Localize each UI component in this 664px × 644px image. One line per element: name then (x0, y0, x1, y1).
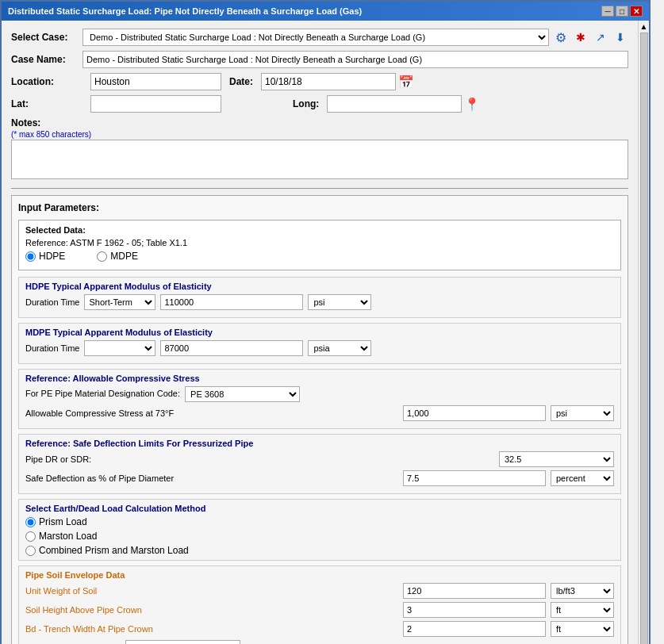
bd-label: Bd - Trench Width At Pipe Crown (25, 624, 398, 634)
mdpe-radio[interactable] (97, 251, 107, 262)
pe-code-select[interactable]: PE 3608PE 4710PE 2708 (185, 386, 300, 402)
lat-label: Lat: (11, 98, 83, 109)
pe-code-row: For PE Pipe Material Designation Code: P… (25, 386, 614, 402)
soil-height-label: Soil Height Above Pipe Crown (25, 605, 398, 615)
calendar-icon[interactable]: 📅 (398, 75, 414, 90)
mdpe-modulus-unit[interactable]: psiapsikPa (308, 340, 371, 356)
location-label: Location: (11, 76, 83, 87)
lat-input[interactable] (90, 95, 221, 113)
download-icon[interactable]: ⬇ (612, 29, 628, 45)
unit-weight-label: Unit Weight of Soil (25, 586, 398, 596)
allowable-compressive-title: Reference: Allowable Compressive Stress (25, 374, 614, 383)
case-name-row: Case Name: (11, 51, 628, 68)
bd-input[interactable] (403, 621, 546, 637)
hdpe-modulus-value[interactable] (160, 294, 303, 310)
share-icon[interactable]: ✱ (573, 29, 589, 45)
allowable-stress-unit[interactable]: psikPa (551, 405, 614, 421)
selected-data-box: Selected Data: Reference: ASTM F 1962 - … (18, 220, 621, 270)
pipe-dr-select[interactable]: 32.5262117 (499, 451, 614, 467)
safe-deflection-section: Reference: Safe Deflection Limits For Pr… (18, 434, 621, 494)
window-title: Distributed Static Surcharge Load: Pipe … (8, 6, 362, 16)
prism-load-radio[interactable] (25, 517, 36, 527)
main-window: Distributed Static Surcharge Load: Pipe … (0, 0, 651, 644)
mdpe-duration-label: Duration Time (25, 343, 79, 353)
prism-load-option[interactable]: Prism Load (25, 516, 614, 527)
location-input[interactable] (90, 73, 221, 90)
long-label: Long: (293, 98, 319, 109)
hdpe-modulus-section: HDPE Typical Apparent Modulus of Elastic… (18, 277, 621, 318)
upload-icon[interactable]: ↗ (593, 29, 608, 45)
input-params-box: Input Parameters: Selected Data: Referen… (11, 195, 628, 644)
for-soil-select[interactable]: Saturated ClaySandGravelSilt (125, 640, 240, 644)
maximize-button[interactable]: □ (616, 6, 628, 17)
notes-textarea[interactable] (11, 140, 628, 179)
notes-section: Notes: (* max 850 characters) (11, 117, 628, 182)
safe-deflection-pct-row: Safe Deflection as % of Pipe Diameter pe… (25, 470, 614, 486)
title-bar: Distributed Static Surcharge Load: Pipe … (2, 2, 649, 21)
select-case-label: Select Case: (11, 32, 83, 43)
close-button[interactable]: ✕ (630, 6, 643, 17)
hdpe-duration-row: Duration Time Short-Term Long-Term psikP… (25, 294, 614, 310)
pipe-dr-row: Pipe DR or SDR: 32.5262117 (25, 451, 614, 467)
safe-deflection-pct-input[interactable] (403, 470, 546, 486)
hdpe-modulus-unit[interactable]: psikPaMPa (308, 294, 371, 310)
bd-unit[interactable]: ftm (551, 621, 614, 637)
pipe-soil-section: Pipe Soil Envelope Data Unit Weight of S… (18, 565, 621, 644)
location-pin-icon[interactable]: 📍 (464, 97, 480, 112)
input-params-title: Input Parameters: (18, 202, 621, 213)
long-input[interactable] (327, 95, 462, 113)
mdpe-modulus-section: MDPE Typical Apparent Modulus of Elastic… (18, 323, 621, 364)
settings-icon[interactable]: ⚙ (553, 29, 569, 45)
title-bar-buttons: ─ □ ✕ (601, 6, 643, 17)
notes-sub-label: (* max 850 characters) (11, 130, 91, 139)
combined-load-radio[interactable] (25, 546, 36, 556)
soil-height-input[interactable] (403, 602, 546, 618)
allowable-compressive-section: Reference: Allowable Compressive Stress … (18, 369, 621, 429)
reference-text: Reference: ASTM F 1962 - 05; Table X1.1 (25, 238, 614, 247)
hdpe-duration-select[interactable]: Short-Term Long-Term (84, 294, 155, 310)
for-soil-row: For Soil Saturated ClaySandGravelSilt (25, 640, 614, 644)
hdpe-duration-label: Duration Time (25, 297, 79, 307)
lat-long-row: Lat: Long: 📍 (11, 95, 628, 113)
hdpe-modulus-title: HDPE Typical Apparent Modulus of Elastic… (25, 282, 614, 291)
date-label: Date: (229, 76, 253, 87)
mdpe-option[interactable]: MDPE (97, 251, 138, 262)
case-name-label: Case Name: (11, 54, 83, 65)
allowable-stress-row: Allowable Compressive Stress at 73°F psi… (25, 405, 614, 421)
allowable-stress-label: Allowable Compressive Stress at 73°F (25, 408, 398, 418)
scroll-thumb[interactable] (640, 33, 648, 644)
marston-load-option[interactable]: Marston Load (25, 531, 614, 542)
unit-weight-unit[interactable]: lb/ft3kN/m3 (551, 583, 614, 599)
mdpe-modulus-title: MDPE Typical Apparent Modulus of Elastic… (25, 328, 614, 337)
hdpe-radio[interactable] (25, 251, 36, 262)
marston-load-radio[interactable] (25, 531, 36, 542)
earth-load-section: Select Earth/Dead Load Calculation Metho… (18, 499, 621, 561)
minimize-button[interactable]: ─ (601, 6, 614, 17)
soil-height-unit[interactable]: ftm (551, 602, 614, 618)
allowable-stress-input[interactable] (403, 405, 546, 421)
hdpe-option[interactable]: HDPE (25, 251, 65, 262)
scroll-up-btn[interactable]: ▲ (640, 22, 648, 31)
bd-row: Bd - Trench Width At Pipe Crown ftm (25, 621, 614, 637)
safe-deflection-title: Reference: Safe Deflection Limits For Pr… (25, 439, 614, 448)
pipe-soil-title: Pipe Soil Envelope Data (25, 570, 614, 580)
combined-load-option[interactable]: Combined Prism and Marston Load (25, 545, 614, 556)
unit-weight-input[interactable] (403, 583, 546, 599)
date-input[interactable] (261, 73, 396, 90)
select-case-dropdown[interactable]: Demo - Distributed Static Surcharge Load… (83, 29, 549, 46)
pe-code-label: For PE Pipe Material Designation Code: (25, 389, 180, 398)
mdpe-duration-row: Duration Time Short-TermLong-Term psiaps… (25, 340, 614, 356)
safe-deflection-unit[interactable]: percent (551, 470, 614, 486)
location-date-row: Location: Date: 📅 (11, 73, 628, 90)
radio-load-section: Prism Load Marston Load Combined Prism a… (25, 516, 614, 556)
mdpe-duration-select[interactable]: Short-TermLong-Term (84, 340, 155, 356)
selected-data-title: Selected Data: (25, 225, 614, 235)
mdpe-modulus-value[interactable] (160, 340, 303, 356)
unit-weight-row: Unit Weight of Soil lb/ft3kN/m3 (25, 583, 614, 599)
case-name-input[interactable] (83, 51, 628, 68)
scrollbar[interactable]: ▲ ▼ (638, 21, 649, 644)
soil-height-row: Soil Height Above Pipe Crown ftm (25, 602, 614, 618)
safe-deflection-pct-label: Safe Deflection as % of Pipe Diameter (25, 473, 398, 483)
radio-row: HDPE MDPE (25, 251, 614, 262)
earth-load-title: Select Earth/Dead Load Calculation Metho… (25, 504, 614, 513)
